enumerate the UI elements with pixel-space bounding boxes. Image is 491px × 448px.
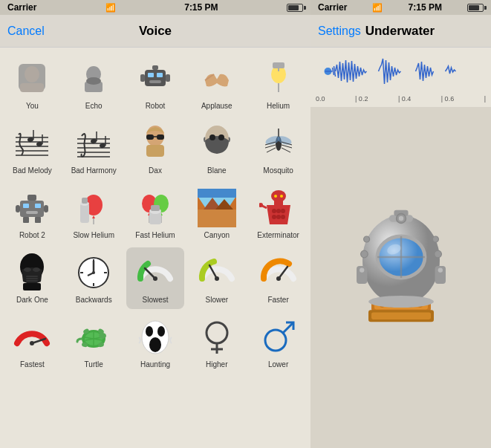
- svg-point-134: [265, 330, 286, 351]
- svg-point-116: [30, 341, 34, 345]
- voice-item-you[interactable]: You: [3, 53, 62, 115]
- svg-rect-7: [148, 73, 154, 77]
- slowest-label: Slowest: [142, 296, 168, 305]
- dax-icon: [134, 123, 176, 164]
- dark-one-label: Dark One: [16, 296, 48, 305]
- svg-rect-2: [20, 83, 44, 92]
- voice-item-lower[interactable]: Lower: [249, 312, 308, 374]
- svg-rect-53: [20, 201, 44, 217]
- fastest-label: Fastest: [20, 360, 45, 369]
- svg-point-96: [33, 267, 40, 272]
- svg-rect-39: [146, 145, 164, 157]
- waveform-labels: 0.0 | 0.2 | 0.4 | 0.6 |: [314, 95, 487, 103]
- applause-label: Applause: [201, 102, 233, 111]
- svg-point-88: [281, 209, 285, 213]
- svg-point-82: [274, 195, 277, 198]
- helium-icon: [258, 58, 299, 100]
- echo-label: Echo: [85, 102, 103, 111]
- voice-item-helium[interactable]: Helium: [249, 53, 308, 115]
- slow-helium-label: Slow Helium: [73, 231, 114, 240]
- voice-item-dark-one[interactable]: Dark One: [3, 247, 62, 309]
- voice-item-dax[interactable]: Dax: [126, 118, 185, 180]
- voice-item-higher[interactable]: Higher: [187, 312, 246, 374]
- voice-item-exterminator[interactable]: Exterminator: [249, 183, 308, 244]
- fastest-icon: [11, 316, 53, 358]
- svg-rect-66: [82, 198, 88, 204]
- time-label-2: | 0.4: [398, 95, 411, 103]
- voice-item-robot[interactable]: Robot: [126, 53, 185, 115]
- svg-point-1: [25, 66, 39, 82]
- turtle-label: Turtle: [85, 360, 103, 369]
- cancel-button[interactable]: Cancel: [7, 25, 45, 38]
- right-wifi-icon: 📶: [372, 3, 383, 12]
- settings-button[interactable]: Settings: [318, 25, 361, 38]
- svg-rect-57: [27, 195, 36, 201]
- svg-point-86: [272, 209, 276, 213]
- svg-point-110: [153, 276, 157, 281]
- svg-rect-10: [152, 65, 158, 70]
- svg-rect-8: [157, 73, 163, 77]
- svg-point-81: [271, 190, 286, 202]
- svg-point-89: [272, 215, 276, 219]
- svg-rect-73: [151, 205, 160, 211]
- higher-icon: [196, 316, 238, 358]
- voice-item-slow-helium[interactable]: Slow Helium: [65, 183, 123, 244]
- svg-rect-78: [198, 189, 236, 198]
- voice-item-faster[interactable]: Faster: [249, 247, 308, 309]
- svg-point-91: [281, 215, 285, 219]
- backwards-icon: [73, 252, 114, 293]
- voice-item-echo[interactable]: Echo: [65, 53, 123, 115]
- robot2-icon: [11, 187, 53, 229]
- lower-icon: [258, 316, 299, 358]
- voice-item-slower[interactable]: Slower: [187, 247, 246, 309]
- svg-point-114: [276, 276, 281, 281]
- fast-helium-label: Fast Helium: [135, 231, 175, 240]
- voice-item-canyon[interactable]: Canyon: [187, 183, 246, 244]
- time-label-1: | 0.2: [355, 95, 368, 103]
- voice-item-blane[interactable]: Blane: [187, 118, 246, 180]
- svg-point-169: [368, 296, 434, 308]
- svg-rect-54: [23, 204, 29, 208]
- voice-item-turtle[interactable]: Turtle: [65, 312, 123, 374]
- svg-point-42: [218, 134, 224, 140]
- slower-label: Slower: [206, 296, 229, 305]
- mosquito-label: Mosquito: [263, 166, 293, 175]
- right-carrier: Carrier: [318, 2, 347, 13]
- svg-point-112: [215, 276, 219, 281]
- voice-item-mosquito[interactable]: Mosquito: [249, 118, 308, 180]
- faster-label: Faster: [267, 296, 288, 305]
- underwater-title: Underwater: [365, 24, 435, 39]
- svg-point-153: [432, 236, 438, 242]
- applause-icon: [196, 58, 238, 100]
- dax-label: Dax: [149, 166, 162, 175]
- canyon-icon: [196, 187, 238, 229]
- svg-point-164: [398, 215, 403, 220]
- waveform-display: [314, 51, 487, 92]
- lower-label: Lower: [268, 360, 288, 369]
- time-label-4: |: [484, 95, 486, 103]
- haunting-label: Haunting: [140, 360, 170, 369]
- voice-item-fast-helium[interactable]: Fast Helium: [126, 183, 185, 244]
- svg-rect-12: [166, 74, 170, 82]
- svg-rect-84: [274, 201, 283, 205]
- bad-harmony-icon: [73, 123, 114, 164]
- voice-item-haunting[interactable]: Haunting: [126, 312, 185, 374]
- canyon-label: Canyon: [204, 231, 230, 240]
- waveform-container[interactable]: 0.0 | 0.2 | 0.4 | 0.6 |: [310, 48, 491, 107]
- mosquito-icon: [258, 123, 299, 164]
- right-nav-bar: Settings Underwater: [310, 15, 491, 48]
- helium-label: Helium: [267, 102, 290, 111]
- voice-item-bad-melody[interactable]: Bad Melody: [3, 118, 62, 180]
- voice-item-applause[interactable]: Applause: [187, 53, 246, 115]
- voice-item-slowest[interactable]: Slowest: [126, 247, 185, 309]
- robot2-label: Robot 2: [19, 231, 45, 240]
- voice-item-robot2[interactable]: Robot 2: [3, 183, 62, 244]
- voice-item-backwards[interactable]: Backwards: [65, 247, 123, 309]
- voice-item-fastest[interactable]: Fastest: [3, 312, 62, 374]
- time-label-3: | 0.6: [441, 95, 454, 103]
- slower-icon: [196, 252, 238, 293]
- exterminator-label: Exterminator: [257, 231, 299, 240]
- svg-rect-36: [146, 134, 154, 140]
- svg-point-41: [209, 134, 215, 140]
- voice-item-bad-harmony[interactable]: Bad Harmony: [65, 118, 123, 180]
